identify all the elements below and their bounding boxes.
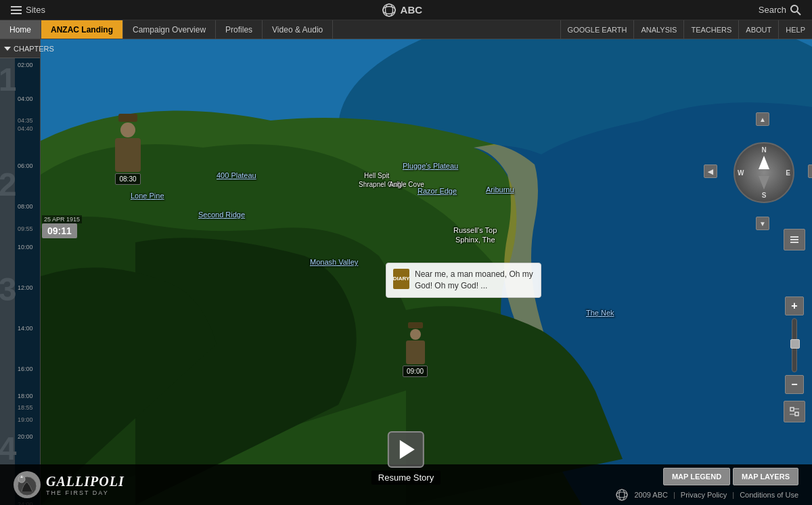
soldier-hat — [118, 114, 137, 122]
map-legend-button[interactable]: MAP LEGEND — [663, 468, 730, 485]
chapters-arrow-icon — [4, 47, 11, 51]
time-1900: 19:00 — [18, 417, 33, 423]
compass-right-button[interactable]: ▶ — [808, 164, 812, 178]
tab-home[interactable]: Home — [0, 20, 41, 39]
map-reset-button[interactable] — [784, 401, 805, 422]
reset-icon — [790, 407, 799, 416]
privacy-policy-link[interactable]: Privacy Policy — [681, 491, 727, 499]
zoom-out-button[interactable]: − — [785, 375, 804, 394]
time-16: 16:00 — [18, 366, 33, 372]
sep-2: | — [732, 491, 734, 499]
gallipoli-emblem-icon — [15, 473, 39, 497]
play-icon — [400, 440, 415, 459]
hamburger-icon — [11, 6, 22, 14]
compass-up-button[interactable]: ▲ — [756, 112, 769, 126]
resume-story-label: Resume Story — [371, 470, 441, 485]
map-layers-button[interactable]: MAP LAYERS — [733, 468, 798, 485]
abc-logo: ABC — [382, 3, 423, 18]
compass: ▲ ▼ ◀ ▶ N S E W — [719, 127, 780, 188]
abc-footer-icon — [615, 488, 629, 502]
compass-south-arrow — [759, 176, 769, 190]
current-time-box: 09:11 — [42, 223, 77, 238]
copyright-text: 2009 ABC — [634, 491, 668, 499]
search-bar[interactable]: Search — [759, 5, 801, 16]
time-02: 02:00 — [18, 62, 33, 68]
zoom-in-button[interactable]: + — [785, 297, 804, 315]
time-06: 06:00 — [18, 163, 33, 169]
nav-about[interactable]: ABOUT — [738, 20, 778, 39]
timeline-content: 1 02:00 04:00 04:35 04:40 2 06:00 08:00 … — [0, 58, 40, 505]
map-buttons: MAP LEGEND MAP LAYERS — [663, 468, 798, 485]
soldier-time-2: 09:00 — [403, 366, 428, 377]
svg-point-18 — [616, 492, 627, 498]
top-bar: Sites ABC Search — [0, 0, 812, 20]
svg-point-3 — [791, 5, 798, 12]
gallipoli-logo-icon — [14, 471, 41, 498]
compass-rose: N S E W — [734, 142, 794, 203]
nav-google-earth[interactable]: GOOGLE EARTH — [560, 20, 634, 39]
time-08: 08:00 — [18, 204, 33, 210]
gallipoli-title: GALLIPOLI — [46, 474, 125, 489]
chapters-header[interactable]: CHAPTERS — [0, 39, 40, 58]
compass-south: S — [762, 192, 767, 199]
footer-links: 2009 ABC | Privacy Policy | Conditions o… — [615, 488, 798, 502]
soldier-head-2 — [410, 329, 421, 340]
time-0955: 09:55 — [18, 226, 33, 232]
time-14: 14:00 — [18, 326, 33, 332]
gallipoli-logo: GALLIPOLI THE FIRST DAY — [14, 471, 125, 498]
zoom-controls: + − — [784, 297, 805, 422]
conditions-of-use-link[interactable]: Conditions of Use — [740, 491, 798, 499]
timeline: CHAPTERS 1 02:00 04:00 04:35 04:40 2 06:… — [0, 39, 41, 505]
sites-menu[interactable]: Sites — [11, 5, 45, 15]
diary-icon-label: DIARY — [393, 276, 410, 282]
date-label: 25 APR 1915 — [42, 215, 82, 223]
svg-rect-10 — [790, 408, 794, 411]
map-control-btn-1[interactable] — [784, 229, 805, 250]
soldier-time-1: 08:30 — [115, 173, 140, 185]
play-button[interactable] — [388, 431, 424, 468]
bottom-bar: GALLIPOLI THE FIRST DAY Resume Story MAP… — [0, 464, 812, 505]
diary-icon: DIARY — [393, 269, 409, 289]
soldier-body — [115, 138, 141, 172]
nav-help[interactable]: HELP — [778, 20, 812, 39]
compass-down-button[interactable]: ▼ — [756, 217, 769, 230]
gallipoli-subtitle: THE FIRST DAY — [46, 489, 125, 496]
right-nav: GOOGLE EARTH ANALYSIS TEACHERS ABOUT HEL… — [560, 20, 812, 39]
time-10: 10:00 — [18, 244, 33, 250]
layers-icon — [789, 234, 800, 245]
time-1855: 18:55 — [18, 405, 33, 411]
soldier-figure-1[interactable]: 08:30 — [115, 114, 141, 185]
compass-west: W — [738, 169, 744, 177]
bottom-right: MAP LEGEND MAP LAYERS 2009 ABC | Privacy… — [615, 468, 798, 502]
nav-analysis[interactable]: ANALYSIS — [633, 20, 683, 39]
svg-point-16 — [616, 489, 627, 500]
svg-point-0 — [382, 3, 394, 16]
time-20: 20:00 — [18, 434, 33, 440]
tab-anzac-landing[interactable]: ANZAC Landing — [41, 20, 123, 39]
nav-teachers[interactable]: TEACHERS — [683, 20, 738, 39]
soldier-body-2 — [406, 341, 425, 364]
svg-line-4 — [797, 12, 800, 15]
tab-campaign-overview[interactable]: Campaign Overview — [123, 20, 216, 39]
svg-rect-9 — [790, 242, 798, 243]
time-0440: 04:40 — [18, 126, 33, 132]
tab-profiles[interactable]: Profiles — [216, 20, 263, 39]
svg-point-1 — [385, 3, 392, 16]
diary-popup[interactable]: DIARY Near me, a man moaned, Oh my God! … — [386, 263, 541, 298]
compass-north-arrow — [759, 156, 769, 169]
svg-point-2 — [382, 6, 394, 14]
zoom-track[interactable] — [792, 318, 797, 372]
current-time-marker: 25 APR 1915 09:11 — [42, 215, 82, 238]
tab-video-audio[interactable]: Video & Audio — [263, 20, 333, 39]
sites-label: Sites — [26, 5, 45, 15]
svg-rect-8 — [790, 239, 798, 240]
time-12: 12:00 — [18, 285, 33, 291]
zoom-thumb[interactable] — [790, 339, 800, 349]
play-area: Resume Story — [371, 431, 441, 485]
time-0435: 04:35 — [18, 118, 33, 124]
soldier-figure-2[interactable]: 09:00 — [403, 322, 428, 377]
chapters-label: CHAPTERS — [14, 45, 54, 53]
search-label: Search — [759, 5, 786, 15]
nav-bar: Home ANZAC Landing Campaign Overview Pro… — [0, 20, 812, 39]
compass-left-button[interactable]: ◀ — [704, 164, 717, 178]
